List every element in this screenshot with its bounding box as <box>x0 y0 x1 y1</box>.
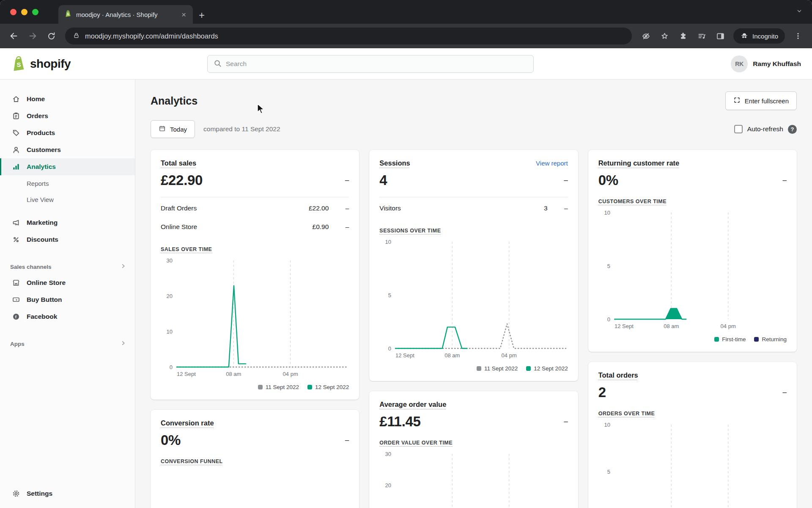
metric-title[interactable]: Average order value <box>379 400 446 409</box>
reload-button[interactable] <box>42 27 60 45</box>
metric-title[interactable]: Total sales <box>161 159 196 167</box>
buy-button-icon <box>12 295 20 304</box>
marketing-megaphone-icon <box>12 218 20 227</box>
forward-button[interactable] <box>24 27 41 45</box>
sidebar-item-buy-button[interactable]: Buy Button <box>0 291 135 308</box>
chart-section-label[interactable]: SALES OVER TIME <box>161 246 212 252</box>
sidebar: Home Orders Products Customers Analytics… <box>0 80 135 508</box>
sidebar-section-apps[interactable]: Apps <box>0 336 135 351</box>
page-title: Analytics <box>151 95 198 107</box>
sidebar-item-live-view[interactable]: Live View <box>0 191 135 207</box>
sidebar-item-online-store[interactable]: Online Store <box>0 274 135 291</box>
chart-section-label[interactable]: SESSIONS OVER TIME <box>379 228 441 234</box>
view-report-link[interactable]: View report <box>536 160 568 167</box>
svg-text:08 am: 08 am <box>664 323 679 329</box>
search-input[interactable] <box>226 60 527 68</box>
metric-value: £11.45 <box>379 414 420 430</box>
browser-menu-dots-icon[interactable] <box>789 27 807 45</box>
chart-section-label[interactable]: ORDER VALUE OVER TIME <box>379 440 453 446</box>
metric-title[interactable]: Conversion rate <box>161 419 214 427</box>
row-value: £0.90 <box>313 223 329 231</box>
help-icon[interactable]: ? <box>788 125 797 134</box>
chart-section-label[interactable]: ORDERS OVER TIME <box>598 411 655 417</box>
date-range-label: Today <box>170 126 187 133</box>
legend-swatch <box>526 366 531 371</box>
svg-text:08 am: 08 am <box>445 352 460 359</box>
sidebar-item-orders[interactable]: Orders <box>0 108 135 124</box>
change-indicator: – <box>783 388 787 397</box>
user-name: Ramy Khuffash <box>753 60 801 68</box>
metric-title[interactable]: Returning customer rate <box>598 159 680 167</box>
shopify-logo[interactable]: S shopify <box>11 55 71 72</box>
sidebar-item-marketing[interactable]: Marketing <box>0 214 135 231</box>
svg-text:04 pm: 04 pm <box>502 352 517 359</box>
sidebar-item-settings[interactable]: Settings <box>0 485 135 502</box>
minimize-window-button[interactable] <box>21 9 27 15</box>
user-menu[interactable]: RK Ramy Khuffash <box>731 55 801 72</box>
svg-text:S: S <box>17 61 21 68</box>
shopify-bag-icon: S <box>11 55 26 72</box>
content-blocked-eye-icon[interactable] <box>637 27 655 45</box>
address-bar[interactable]: moodjoy.myshopify.com/admin/dashboards <box>65 28 632 44</box>
metric-title[interactable]: Sessions <box>379 159 410 167</box>
incognito-badge: Incognito <box>733 28 785 44</box>
date-range-button[interactable]: Today <box>151 120 195 138</box>
row-label: Draft Orders <box>161 204 309 212</box>
browser-tab[interactable]: S moodjoy · Analytics · Shopify × <box>58 5 193 24</box>
svg-text:5: 5 <box>607 469 610 475</box>
legend-swatch <box>258 385 263 389</box>
sidebar-item-analytics[interactable]: Analytics <box>0 158 135 175</box>
side-panel-icon[interactable] <box>711 27 729 45</box>
sidebar-item-reports[interactable]: Reports <box>0 175 135 191</box>
sidebar-item-customers[interactable]: Customers <box>0 141 135 158</box>
sidebar-item-home[interactable]: Home <box>0 91 135 108</box>
compared-to-text: compared to 11 Sept 2022 <box>203 125 280 133</box>
global-search[interactable] <box>207 55 534 73</box>
row-change: – <box>548 204 568 212</box>
calendar-icon <box>159 125 166 133</box>
legend-label: First-time <box>722 336 746 342</box>
app-header: S shopify RK Ramy Khuffash <box>0 48 812 80</box>
customers-person-icon <box>12 146 20 154</box>
workspace: Home Orders Products Customers Analytics… <box>0 80 812 508</box>
sidebar-item-label: Discounts <box>27 236 58 243</box>
search-icon <box>214 59 222 69</box>
shopify-favicon-icon: S <box>64 10 72 19</box>
legend-swatch <box>714 337 719 342</box>
chart-section-label[interactable]: CONVERSION FUNNEL <box>161 458 223 464</box>
new-tab-button[interactable]: + <box>199 10 205 20</box>
sidebar-item-products[interactable]: Products <box>0 124 135 141</box>
sidebar-item-label: Products <box>27 129 55 137</box>
tab-search-chevron-icon[interactable] <box>796 8 803 16</box>
chart-section-label[interactable]: CUSTOMERS OVER TIME <box>598 199 667 204</box>
bookmark-star-icon[interactable] <box>656 27 673 45</box>
legend-label: Returning <box>762 336 787 342</box>
media-controls-icon[interactable] <box>693 27 710 45</box>
extensions-puzzle-icon[interactable] <box>674 27 692 45</box>
auto-refresh-checkbox[interactable] <box>734 125 743 133</box>
enter-fullscreen-button[interactable]: Enter fullscreen <box>725 91 797 110</box>
sidebar-item-discounts[interactable]: Discounts <box>0 231 135 248</box>
incognito-spy-icon <box>740 31 749 41</box>
grid-column: Sessions View report 4 – Visitors 3 – <box>369 150 578 508</box>
tab-close-icon[interactable]: × <box>179 10 189 19</box>
sales-over-time-chart: 010203012 Sept08 am04 pm <box>161 256 349 381</box>
zoom-window-button[interactable] <box>32 9 38 15</box>
legend-swatch <box>477 366 481 371</box>
site-info-lock-icon[interactable] <box>73 32 80 41</box>
sidebar-item-facebook[interactable]: f Facebook <box>0 308 135 325</box>
fullscreen-label: Enter fullscreen <box>745 97 789 105</box>
analytics-bars-icon <box>12 163 20 171</box>
fullscreen-icon <box>733 97 741 105</box>
svg-text:0: 0 <box>170 364 173 370</box>
metric-title[interactable]: Total orders <box>598 371 638 379</box>
close-window-button[interactable] <box>10 9 16 15</box>
sidebar-section-sales-channels[interactable]: Sales channels <box>0 259 135 274</box>
svg-text:S: S <box>67 12 69 16</box>
back-button[interactable] <box>5 27 23 45</box>
svg-text:20: 20 <box>167 293 173 299</box>
svg-text:12 Sept: 12 Sept <box>177 371 196 377</box>
metric-value: £22.90 <box>161 172 203 188</box>
online-store-icon <box>12 279 20 287</box>
change-indicator: – <box>345 176 349 185</box>
